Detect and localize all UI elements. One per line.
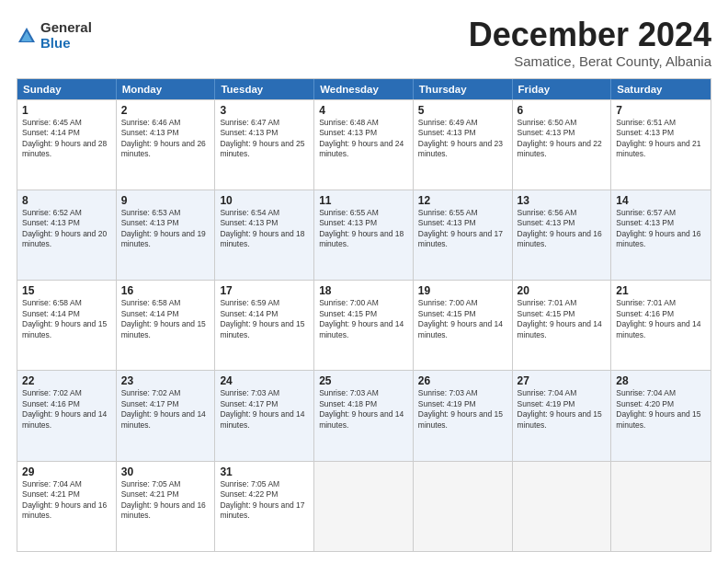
day-number: 10	[220, 194, 309, 207]
calendar-cell	[611, 462, 711, 551]
day-number: 4	[319, 104, 408, 117]
day-number: 20	[518, 284, 607, 297]
calendar-cell: 18Sunrise: 7:00 AM Sunset: 4:15 PM Dayli…	[314, 281, 414, 370]
day-info: Sunrise: 6:46 AM Sunset: 4:13 PM Dayligh…	[121, 118, 210, 160]
day-number: 25	[319, 374, 408, 387]
logo: General Blue	[17, 20, 92, 51]
day-number: 11	[319, 194, 408, 207]
header: General Blue December 2024 Samatice, Ber…	[17, 17, 711, 69]
day-number: 7	[616, 104, 706, 117]
calendar-header-day: Saturday	[611, 79, 711, 99]
day-info: Sunrise: 6:48 AM Sunset: 4:13 PM Dayligh…	[319, 118, 408, 160]
calendar-cell	[314, 462, 414, 551]
calendar-cell: 13Sunrise: 6:56 AM Sunset: 4:13 PM Dayli…	[513, 190, 612, 280]
calendar-cell: 7Sunrise: 6:51 AM Sunset: 4:13 PM Daylig…	[611, 100, 711, 190]
location-subtitle: Samatice, Berat County, Albania	[469, 53, 711, 69]
calendar-cell: 19Sunrise: 7:00 AM Sunset: 4:15 PM Dayli…	[414, 281, 513, 370]
day-info: Sunrise: 6:47 AM Sunset: 4:13 PM Dayligh…	[220, 118, 309, 160]
day-number: 21	[616, 284, 706, 297]
day-info: Sunrise: 6:56 AM Sunset: 4:13 PM Dayligh…	[518, 208, 607, 250]
day-info: Sunrise: 6:54 AM Sunset: 4:13 PM Dayligh…	[220, 208, 309, 250]
day-number: 31	[220, 465, 309, 478]
calendar-cell: 11Sunrise: 6:55 AM Sunset: 4:13 PM Dayli…	[314, 190, 414, 280]
calendar-cell: 3Sunrise: 6:47 AM Sunset: 4:13 PM Daylig…	[215, 100, 314, 190]
calendar-cell: 8Sunrise: 6:52 AM Sunset: 4:13 PM Daylig…	[17, 190, 117, 280]
calendar-cell: 10Sunrise: 6:54 AM Sunset: 4:13 PM Dayli…	[215, 190, 314, 280]
day-number: 5	[418, 104, 507, 117]
logo-general-text: General	[40, 20, 92, 36]
calendar-cell: 30Sunrise: 7:05 AM Sunset: 4:21 PM Dayli…	[117, 462, 216, 551]
page: General Blue December 2024 Samatice, Ber…	[0, 0, 728, 563]
day-number: 18	[319, 284, 408, 297]
calendar-cell: 29Sunrise: 7:04 AM Sunset: 4:21 PM Dayli…	[17, 462, 117, 551]
day-info: Sunrise: 6:55 AM Sunset: 4:13 PM Dayligh…	[418, 208, 507, 250]
day-number: 23	[121, 374, 210, 387]
day-info: Sunrise: 6:58 AM Sunset: 4:14 PM Dayligh…	[121, 298, 210, 340]
day-info: Sunrise: 6:45 AM Sunset: 4:14 PM Dayligh…	[22, 118, 111, 160]
day-info: Sunrise: 7:05 AM Sunset: 4:22 PM Dayligh…	[220, 479, 309, 522]
day-number: 24	[220, 374, 309, 387]
calendar-week-row: 15Sunrise: 6:58 AM Sunset: 4:14 PM Dayli…	[17, 280, 711, 370]
calendar-cell: 4Sunrise: 6:48 AM Sunset: 4:13 PM Daylig…	[314, 100, 414, 190]
day-number: 28	[616, 374, 706, 387]
calendar-cell	[414, 462, 513, 551]
day-info: Sunrise: 7:01 AM Sunset: 4:16 PM Dayligh…	[616, 298, 706, 340]
day-number: 22	[22, 374, 111, 387]
calendar-cell: 25Sunrise: 7:03 AM Sunset: 4:18 PM Dayli…	[314, 371, 414, 460]
logo-text: General Blue	[40, 20, 92, 51]
day-number: 9	[121, 194, 210, 207]
logo-icon	[17, 26, 37, 46]
logo-blue-text: Blue	[40, 36, 92, 52]
day-info: Sunrise: 7:04 AM Sunset: 4:19 PM Dayligh…	[518, 388, 607, 431]
calendar-header-day: Monday	[117, 79, 216, 99]
day-number: 15	[22, 284, 111, 297]
day-info: Sunrise: 7:04 AM Sunset: 4:21 PM Dayligh…	[22, 479, 111, 522]
month-title: December 2024	[469, 17, 711, 53]
calendar-cell: 6Sunrise: 6:50 AM Sunset: 4:13 PM Daylig…	[513, 100, 612, 190]
calendar-cell	[513, 462, 612, 551]
calendar-cell: 26Sunrise: 7:03 AM Sunset: 4:19 PM Dayli…	[414, 371, 513, 460]
calendar-cell: 15Sunrise: 6:58 AM Sunset: 4:14 PM Dayli…	[17, 281, 117, 370]
day-info: Sunrise: 7:04 AM Sunset: 4:20 PM Dayligh…	[616, 388, 706, 431]
day-info: Sunrise: 7:01 AM Sunset: 4:15 PM Dayligh…	[518, 298, 607, 340]
calendar-header: SundayMondayTuesdayWednesdayThursdayFrid…	[17, 79, 711, 99]
day-info: Sunrise: 6:53 AM Sunset: 4:13 PM Dayligh…	[121, 208, 210, 250]
calendar-header-day: Tuesday	[215, 79, 314, 99]
day-info: Sunrise: 6:50 AM Sunset: 4:13 PM Dayligh…	[518, 118, 607, 160]
day-number: 3	[220, 104, 309, 117]
calendar-week-row: 8Sunrise: 6:52 AM Sunset: 4:13 PM Daylig…	[17, 190, 711, 280]
calendar-header-day: Friday	[513, 79, 612, 99]
day-number: 2	[121, 104, 210, 117]
calendar-cell: 21Sunrise: 7:01 AM Sunset: 4:16 PM Dayli…	[611, 281, 711, 370]
day-number: 17	[220, 284, 309, 297]
day-info: Sunrise: 7:03 AM Sunset: 4:17 PM Dayligh…	[220, 388, 309, 431]
day-info: Sunrise: 6:59 AM Sunset: 4:14 PM Dayligh…	[220, 298, 309, 340]
calendar: SundayMondayTuesdayWednesdayThursdayFrid…	[17, 78, 711, 552]
day-info: Sunrise: 6:51 AM Sunset: 4:13 PM Dayligh…	[616, 118, 706, 160]
calendar-cell: 23Sunrise: 7:02 AM Sunset: 4:17 PM Dayli…	[117, 371, 216, 460]
calendar-cell: 20Sunrise: 7:01 AM Sunset: 4:15 PM Dayli…	[513, 281, 612, 370]
day-info: Sunrise: 7:05 AM Sunset: 4:21 PM Dayligh…	[121, 479, 210, 522]
day-info: Sunrise: 6:55 AM Sunset: 4:13 PM Dayligh…	[319, 208, 408, 250]
calendar-cell: 14Sunrise: 6:57 AM Sunset: 4:13 PM Dayli…	[611, 190, 711, 280]
title-block: December 2024 Samatice, Berat County, Al…	[469, 17, 711, 69]
day-number: 30	[121, 465, 210, 478]
day-number: 1	[22, 104, 111, 117]
day-number: 26	[418, 374, 507, 387]
calendar-cell: 27Sunrise: 7:04 AM Sunset: 4:19 PM Dayli…	[513, 371, 612, 460]
calendar-cell: 16Sunrise: 6:58 AM Sunset: 4:14 PM Dayli…	[117, 281, 216, 370]
day-number: 27	[518, 374, 607, 387]
day-info: Sunrise: 7:03 AM Sunset: 4:19 PM Dayligh…	[418, 388, 507, 431]
calendar-header-day: Sunday	[17, 79, 117, 99]
day-number: 29	[22, 465, 111, 478]
day-info: Sunrise: 7:02 AM Sunset: 4:16 PM Dayligh…	[22, 388, 111, 431]
calendar-cell: 5Sunrise: 6:49 AM Sunset: 4:13 PM Daylig…	[414, 100, 513, 190]
day-info: Sunrise: 7:00 AM Sunset: 4:15 PM Dayligh…	[418, 298, 507, 340]
day-number: 12	[418, 194, 507, 207]
calendar-cell: 1Sunrise: 6:45 AM Sunset: 4:14 PM Daylig…	[17, 100, 117, 190]
day-info: Sunrise: 7:02 AM Sunset: 4:17 PM Dayligh…	[121, 388, 210, 431]
day-info: Sunrise: 6:49 AM Sunset: 4:13 PM Dayligh…	[418, 118, 507, 160]
calendar-week-row: 1Sunrise: 6:45 AM Sunset: 4:14 PM Daylig…	[17, 99, 711, 190]
day-number: 19	[418, 284, 507, 297]
calendar-header-day: Wednesday	[314, 79, 414, 99]
